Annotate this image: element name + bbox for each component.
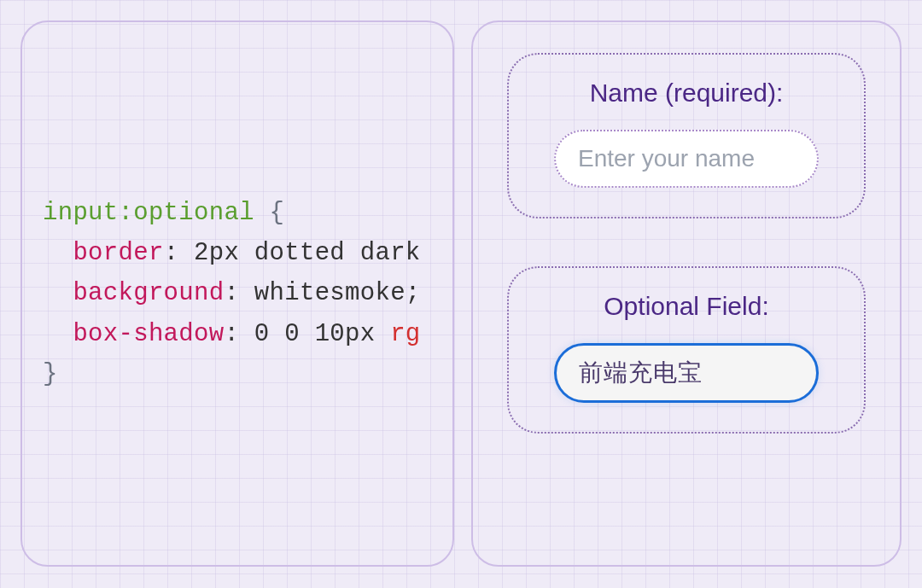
required-field-label: Name (required):: [590, 79, 784, 108]
required-field-group: Name (required):: [507, 53, 866, 218]
css-pseudo-class: :optional: [119, 199, 254, 227]
css-property-boxshadow: box-shadow: [73, 320, 224, 348]
css-property-border: border: [73, 239, 163, 267]
code-panel: input:optional { border: 2px dotted dark…: [20, 20, 454, 567]
optional-field-label: Optional Field:: [604, 292, 768, 321]
css-close-brace: }: [43, 360, 58, 388]
css-selector: input: [43, 199, 119, 227]
css-code-block: input:optional { border: 2px dotted dark…: [43, 193, 421, 394]
css-value-boxshadow: 0 0 10px: [239, 320, 390, 348]
optional-input[interactable]: [554, 343, 819, 403]
name-input[interactable]: [554, 130, 819, 188]
css-function: rg: [390, 320, 420, 348]
css-property-background: background: [73, 279, 224, 307]
css-value-border: 2px dotted dark: [178, 239, 420, 267]
optional-field-group: Optional Field:: [507, 266, 866, 434]
css-open-brace: {: [254, 199, 284, 227]
preview-panel: Name (required): Optional Field:: [471, 20, 902, 567]
css-value-background: whitesmoke;: [239, 279, 420, 307]
